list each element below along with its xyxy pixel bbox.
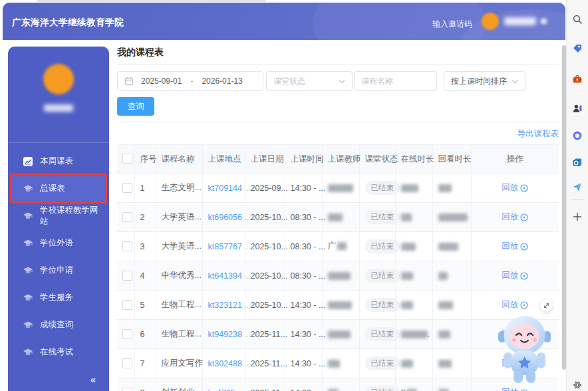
- cell-date: 2025-10...: [245, 232, 285, 261]
- settings-icon[interactable]: [571, 379, 583, 391]
- cell-course-name: 创新创业...: [156, 378, 202, 391]
- cell-no: 6: [134, 320, 156, 349]
- cell-teacher: [322, 349, 359, 378]
- classroom-link[interactable]: kt696056: [208, 213, 242, 222]
- redacted-value: [401, 301, 413, 309]
- sidebar-item-7[interactable]: 在线考试: [11, 338, 106, 366]
- cell-course-name: 大学英语...: [156, 232, 202, 261]
- add-icon[interactable]: [571, 211, 583, 223]
- toolbox-icon[interactable]: [571, 73, 583, 85]
- user-name-redacted: [504, 17, 536, 25]
- row-checkbox[interactable]: [122, 241, 132, 251]
- redacted-value: [438, 272, 448, 280]
- contacts-icon[interactable]: [571, 102, 583, 114]
- cell-location: kt949238...: [202, 320, 245, 349]
- redacted-value: [438, 213, 468, 221]
- row-checkbox[interactable]: [122, 329, 132, 339]
- classroom-link[interactable]: kt323121: [208, 301, 242, 310]
- user-menu-icon[interactable]: [541, 19, 547, 24]
- cell-status: 已结束..: [359, 261, 395, 291]
- cell-location: kt302488...: [202, 349, 245, 378]
- row-checkbox[interactable]: [122, 388, 132, 391]
- outlook-icon[interactable]: [571, 156, 583, 168]
- mascot-robot[interactable]: [494, 309, 556, 384]
- robot-leg: [514, 370, 523, 383]
- export-row: 导出课程表: [117, 127, 559, 140]
- sidebar-collapse-button[interactable]: «: [90, 374, 96, 385]
- redacted-value: [401, 272, 413, 280]
- row-checkbox[interactable]: [122, 183, 132, 193]
- cell-date: 2025-11...: [245, 378, 285, 391]
- cell-status: 已结束..: [359, 291, 395, 320]
- classroom-link[interactable]: kt709144: [208, 184, 242, 193]
- replay-link[interactable]: 回放: [502, 182, 528, 194]
- date-start-value[interactable]: 2025-09-01: [141, 76, 182, 86]
- cell-time: 14:30 - ...: [285, 378, 322, 391]
- sort-select[interactable]: 按上课时间排序: [444, 71, 525, 91]
- cell-no: 7: [134, 349, 156, 378]
- class-status-select[interactable]: 课堂状态: [266, 71, 353, 91]
- cell-status: 已结束..: [359, 320, 395, 349]
- row-checkbox[interactable]: [122, 271, 132, 281]
- column-header-5: 上课教师: [322, 145, 359, 174]
- redacted-value: [438, 184, 452, 192]
- replay-label: 回放: [502, 182, 518, 194]
- classroom-link[interactable]: kt641394: [208, 271, 242, 281]
- search-icon[interactable]: [571, 13, 583, 25]
- status-badge: 已结束: [365, 269, 400, 283]
- cell-date: 2025-10...: [245, 261, 285, 291]
- sidebar-item-label: 学生服务: [40, 292, 73, 303]
- sidebar-item-label: 学位申请: [40, 265, 73, 276]
- date-end-value[interactable]: 2026-01-13: [202, 76, 242, 86]
- sidebar-divider: [8, 142, 109, 143]
- sidebar-item-3[interactable]: 学位外语: [11, 229, 106, 257]
- user-avatar[interactable]: [482, 13, 499, 30]
- profile-avatar[interactable]: [43, 64, 74, 94]
- sidebar-item-1-active[interactable]: 总课表: [11, 175, 106, 202]
- sidebar-item-4[interactable]: 学位申请: [11, 257, 106, 284]
- sidebar-item-6[interactable]: 成绩查询: [11, 311, 106, 338]
- row-checkbox[interactable]: [122, 212, 132, 222]
- select-all-checkbox[interactable]: [122, 154, 132, 164]
- classroom-link[interactable]: hs4705: [208, 388, 235, 391]
- invite-code-button[interactable]: 输入邀请码: [432, 19, 472, 30]
- play-circle-icon: [520, 213, 528, 221]
- status-badge: 已结束: [365, 386, 400, 391]
- tag-icon[interactable]: [571, 43, 583, 55]
- sidebar-item-5[interactable]: 学生服务: [11, 284, 106, 311]
- page-title: 我的课程表: [117, 47, 559, 65]
- status-badge: 已结束: [365, 298, 400, 312]
- cell-date: 2025-09...: [245, 174, 285, 203]
- replay-link[interactable]: 回放: [502, 211, 528, 223]
- sidebar-item-2[interactable]: 学校课程教学网站: [11, 202, 106, 229]
- course-name-input[interactable]: 课程名称: [354, 71, 437, 91]
- row-checkbox[interactable]: [122, 358, 132, 368]
- classroom-link[interactable]: kt302488: [208, 359, 242, 368]
- cell-action: 回放: [471, 232, 559, 261]
- export-schedule-link[interactable]: 导出课程表: [517, 129, 559, 138]
- classroom-link[interactable]: kt857767: [208, 242, 242, 251]
- query-button[interactable]: 查询: [117, 97, 154, 116]
- redacted-value: [401, 330, 428, 338]
- robot-blush: [512, 338, 516, 342]
- status-badge: 已结束: [365, 327, 400, 341]
- truncation-dots: ...: [244, 359, 251, 368]
- replay-link[interactable]: 回放: [502, 270, 528, 281]
- sidebar-item-0[interactable]: 本周课表: [11, 148, 106, 175]
- cell-time: 14:30 - ...: [285, 174, 322, 203]
- redacted-value: [401, 213, 412, 221]
- send-icon[interactable]: [571, 181, 583, 193]
- redacted-value: [438, 301, 453, 309]
- date-range-picker[interactable]: 2025-09-01 - 2026-01-13: [117, 71, 263, 91]
- row-checkbox[interactable]: [122, 300, 132, 310]
- sidebar: 本周课表总课表学校课程教学网站学位外语学位申请学生服务成绩查询在线考试 «: [8, 47, 109, 391]
- copilot-icon[interactable]: [571, 130, 583, 142]
- cell-location: kt709144...: [202, 174, 245, 203]
- cell-location: kt696056...: [202, 203, 245, 232]
- classroom-link[interactable]: kt949238: [208, 330, 242, 339]
- replay-link[interactable]: 回放: [502, 241, 528, 252]
- redacted-value: [401, 360, 413, 368]
- cell-online-duration: [395, 203, 432, 232]
- redacted-value: [328, 389, 339, 391]
- graduation-icon: [23, 265, 33, 276]
